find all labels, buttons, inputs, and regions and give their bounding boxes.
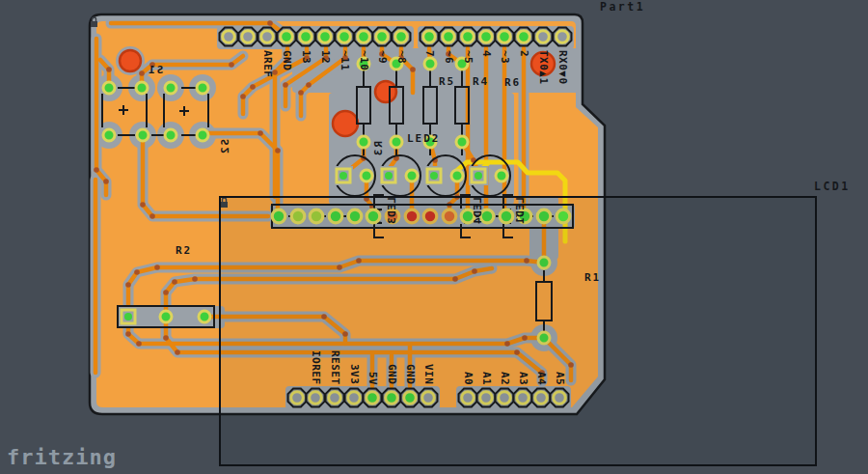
r5-label: R5 bbox=[439, 77, 455, 87]
pin-label: VIN bbox=[423, 364, 433, 384]
r2-label: R2 bbox=[176, 246, 192, 256]
pin-label: 12 bbox=[320, 50, 330, 64]
s1-label: S1 bbox=[147, 66, 163, 75]
pin-label: ~11 bbox=[339, 50, 349, 70]
pin-label: A5 bbox=[555, 372, 564, 385]
led4-label: LED4 bbox=[474, 197, 483, 225]
pin-label: GND bbox=[282, 50, 291, 70]
pin-label: RESET bbox=[330, 350, 339, 385]
pin-label: 2 bbox=[519, 50, 529, 57]
pin-label: AREF bbox=[262, 50, 272, 78]
pcb-view-canvas[interactable]: AREFGND1312~11~10~9~87~6~54~32TX0▲1RX0▼0… bbox=[0, 0, 868, 474]
pin-label: A1 bbox=[481, 372, 491, 385]
silkscreen-labels: AREFGND1312~11~10~9~87~6~54~32TX0▲1RX0▼0… bbox=[0, 0, 868, 474]
r4-label: R4 bbox=[473, 77, 489, 87]
led3-label: LED3 bbox=[388, 197, 397, 225]
r6-label: R6 bbox=[504, 78, 521, 88]
led1-label: LED1 bbox=[516, 197, 526, 225]
lcd1-label: LCD1 bbox=[814, 181, 851, 191]
pin-label: GND bbox=[387, 364, 396, 384]
pin-label: ~10 bbox=[359, 50, 368, 70]
pin-label: A3 bbox=[518, 372, 528, 385]
s2-label: S2 bbox=[221, 139, 231, 155]
pin-label: ~8 bbox=[396, 50, 406, 64]
pin-label: GND bbox=[405, 364, 415, 384]
pin-label: 13 bbox=[301, 50, 311, 64]
pin-label: A4 bbox=[536, 372, 546, 385]
pin-label: ~6 bbox=[444, 50, 453, 64]
led2-label: LED2 bbox=[407, 134, 441, 144]
r1-label: R1 bbox=[584, 273, 601, 283]
pin-label: ~5 bbox=[463, 50, 473, 64]
pin-label: A2 bbox=[500, 372, 509, 385]
pin-label: 4 bbox=[481, 50, 491, 57]
r3-label: R3 bbox=[374, 141, 384, 157]
pin-label: 5V bbox=[367, 372, 377, 385]
fritzing-watermark: fritzing bbox=[7, 445, 117, 469]
pin-label: 3V3 bbox=[349, 364, 359, 384]
pin-label: IOREF bbox=[311, 350, 320, 385]
pin-label: 7 bbox=[424, 50, 434, 57]
pin-label: ~3 bbox=[500, 50, 509, 64]
pin-label: RX0▼0 bbox=[557, 50, 567, 85]
part1-label: Part1 bbox=[600, 2, 645, 12]
pin-label: ~9 bbox=[377, 50, 387, 64]
pin-label: A0 bbox=[463, 372, 473, 385]
pin-label: TX0▲1 bbox=[538, 50, 548, 85]
